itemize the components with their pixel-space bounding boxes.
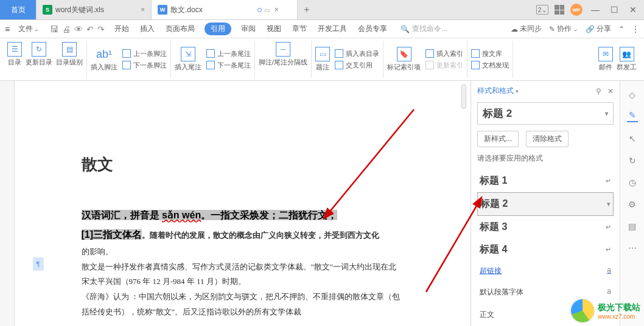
insert-index[interactable]: 插入索引 xyxy=(425,49,463,58)
menu-dev[interactable]: 开发工具 xyxy=(317,23,348,35)
scrollbar-vertical[interactable] xyxy=(461,85,466,109)
new-tab-button[interactable]: + xyxy=(298,0,316,19)
mark-index-button[interactable]: 🔖标记索引项 xyxy=(387,47,421,72)
ruler-vertical[interactable] xyxy=(0,81,15,326)
styles-panel: 样式和格式 ▾ ⚲ ✕ 标题 2▾ 新样式... 清除格式 请选择要应用的格式 … xyxy=(471,81,620,326)
titlebar-right: 2⌄ WP — ☐ ✕ xyxy=(536,0,644,19)
minimize-icon[interactable]: — xyxy=(589,5,602,15)
current-style-select[interactable]: 标题 2▾ xyxy=(477,102,614,125)
style-heading-1[interactable]: 标题 1↵ xyxy=(477,170,614,192)
collab-button[interactable]: ✎协作⌄ xyxy=(549,24,578,34)
cloud-icon: ☁ xyxy=(511,25,518,33)
watermark-logo-icon xyxy=(571,299,594,322)
new-style-button[interactable]: 新样式... xyxy=(477,131,519,147)
title-bar: 首页 S word关键词.xls × W 散文.docx ▭ × + 2⌄ WP… xyxy=(0,0,644,20)
ribbon-separator-group: ─脚注/尾注分隔线 xyxy=(255,41,312,78)
sidebar-clock-icon[interactable]: ◷ xyxy=(627,177,638,188)
qa-undo-icon[interactable]: ↶ xyxy=(86,24,94,34)
watermark-url: www.xz7.com xyxy=(598,313,640,320)
sidebar-gear-icon[interactable]: ⚙ xyxy=(627,199,638,210)
tab-label: word关键词.xls xyxy=(55,5,104,15)
sidebar-more-icon[interactable]: ⋯ xyxy=(627,243,638,254)
tab-doc-active[interactable]: W 散文.docx ▭ × xyxy=(152,0,298,19)
qa-save-icon[interactable]: 🖫 xyxy=(50,24,58,34)
insert-endnote-button[interactable]: ⇲插入尾注 xyxy=(175,47,201,72)
close-icon[interactable]: × xyxy=(141,5,145,14)
update-index[interactable]: 更新索引 xyxy=(425,61,463,70)
menu-member[interactable]: 会员专享 xyxy=(357,23,388,35)
next-endnote[interactable]: 下一条尾注 xyxy=(206,61,251,70)
qa-print-icon[interactable]: 🖨 xyxy=(62,24,71,34)
menu-references[interactable]: 引用 xyxy=(205,23,231,35)
toc-button[interactable]: ☰目录 xyxy=(7,42,22,67)
style-heading-4[interactable]: 标题 4↵ xyxy=(477,238,614,261)
maximize-icon[interactable]: ☐ xyxy=(608,5,621,15)
badge-icon[interactable]: 2⌄ xyxy=(536,5,548,15)
hamburger-icon[interactable]: ≡ xyxy=(5,24,10,34)
body-paragraph-2[interactable]: 散文是一种抒发作者真情实感、写作方式灵活的记叙类文学体裁。"散文"一词大约出现在… xyxy=(82,260,404,290)
tab-home[interactable]: 首页 xyxy=(0,0,37,19)
menu-file[interactable]: 文件⌄ xyxy=(18,24,39,34)
style-heading-3[interactable]: 标题 3↵ xyxy=(477,216,614,238)
separator-button[interactable]: ─脚注/尾注分隔线 xyxy=(259,42,307,67)
insert-toc2[interactable]: 插入表目录 xyxy=(335,49,379,58)
ribbon-index-group: 🔖标记索引项 插入索引 更新索引 xyxy=(383,41,467,78)
menu-insert[interactable]: 插入 xyxy=(139,23,156,35)
tab-excel[interactable]: S word关键词.xls × xyxy=(37,0,152,19)
page: ¶ 散文 汉语词汇，拼音是 sǎn wén。一指文采焕发；二指犹行文； [1]三… xyxy=(63,99,422,326)
ribbon: ☰目录 ↻更新目录 ▤目录级别 ab¹插入脚注 上一条脚注 下一条脚注 ⇲插入尾… xyxy=(0,38,644,81)
body-line[interactable]: 的影响。 xyxy=(82,244,404,260)
sidebar-pointer-icon[interactable]: ↖ xyxy=(627,133,638,144)
mail-button[interactable]: ✉邮件 xyxy=(598,47,613,72)
mass-send-button[interactable]: 👥群发工 xyxy=(617,47,637,72)
xls-icon: S xyxy=(43,5,52,15)
cross-ref[interactable]: 交叉引用 xyxy=(335,61,379,70)
pin-icon[interactable]: ⚲ xyxy=(596,87,601,95)
toc-level-button[interactable]: ▤目录级别 xyxy=(56,42,83,67)
command-search[interactable]: 🔍 查找命令... xyxy=(401,24,447,34)
avatar[interactable]: WP xyxy=(570,4,583,16)
sidebar-refresh-icon[interactable]: ↻ xyxy=(627,155,638,166)
next-footnote[interactable]: 下一条脚注 xyxy=(122,61,167,70)
document-area[interactable]: ¶ 散文 汉语词汇，拼音是 sǎn wén。一指文采焕发；二指犹行文； [1]三… xyxy=(15,81,471,326)
close-panel-icon[interactable]: ✕ xyxy=(607,87,614,95)
close-icon[interactable]: × xyxy=(275,5,279,14)
mini-icon: ▭ xyxy=(264,7,270,13)
right-sidebar: ◇ ✎ ↖ ↻ ◷ ⚙ ▤ ⋯ xyxy=(620,81,644,326)
close-window-icon[interactable]: ✕ xyxy=(627,5,639,15)
tab-label: 散文.docx xyxy=(170,5,203,15)
more-icon[interactable]: ⋮ xyxy=(632,25,639,33)
share-button[interactable]: 🔗分享 xyxy=(586,24,611,34)
style-heading-2[interactable]: 标题 2▾ xyxy=(477,192,614,216)
qa-preview-icon[interactable]: 👁 xyxy=(74,24,83,34)
menu-layout[interactable]: 页面布局 xyxy=(164,23,196,35)
sidebar-rocket-icon[interactable]: ◇ xyxy=(627,89,638,100)
prev-footnote[interactable]: 上一条脚注 xyxy=(122,49,167,58)
clear-format-button[interactable]: 清除格式 xyxy=(526,131,569,147)
qa-redo-icon[interactable]: ↷ xyxy=(97,24,105,34)
style-hyperlink[interactable]: 超链接a xyxy=(477,261,614,281)
sync-status[interactable]: ☁未同步 xyxy=(511,24,542,34)
update-toc-button[interactable]: ↻更新目录 xyxy=(26,42,52,67)
doc-discover[interactable]: 文档发现 xyxy=(471,61,509,70)
collapse-ribbon-icon[interactable]: ⌃ xyxy=(618,25,625,33)
collab-icon: ✎ xyxy=(549,25,555,33)
grid-icon[interactable] xyxy=(555,5,564,15)
menu-review[interactable]: 审阅 xyxy=(240,23,257,35)
paragraph-marker-icon[interactable]: ¶ xyxy=(33,257,44,271)
doc-heading-1[interactable]: 散文 xyxy=(82,154,404,175)
menu-view[interactable]: 视图 xyxy=(265,23,282,35)
prev-endnote[interactable]: 上一条尾注 xyxy=(206,49,251,58)
selected-paragraph[interactable]: 汉语词汇，拼音是 sǎn wén。一指文采焕发；二指犹行文； [1]三指文体名。… xyxy=(82,206,404,244)
menu-chapter[interactable]: 章节 xyxy=(291,23,308,35)
docx-icon: W xyxy=(158,5,167,15)
search-icon: 🔍 xyxy=(401,25,410,33)
sidebar-book-icon[interactable]: ▤ xyxy=(627,221,638,232)
caption-button[interactable]: ▭题注 xyxy=(315,47,330,72)
search-lib[interactable]: 搜文库 xyxy=(471,49,509,58)
sidebar-pencil-icon[interactable]: ✎ xyxy=(627,111,638,122)
body-paragraph-3[interactable]: 《辞海》认为 ：中国六朝以来，为区别韵文与骈文，把凡不押韵、不重排偶的散体文章（… xyxy=(82,290,404,319)
insert-footnote-button[interactable]: ab¹插入脚注 xyxy=(91,47,117,72)
menu-start[interactable]: 开始 xyxy=(113,23,130,35)
quick-access: 🖫 🖨 👁 ↶ ↷ xyxy=(50,24,105,34)
